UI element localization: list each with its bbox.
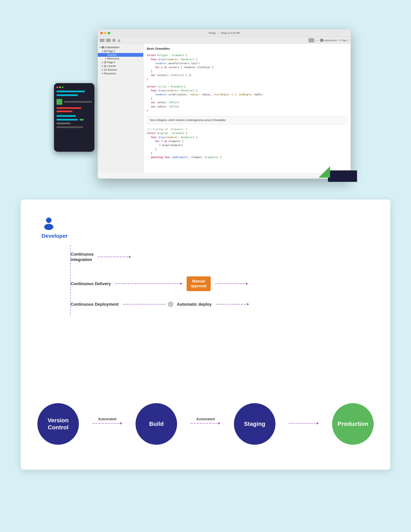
manual-approval-box: Manualapproval [187,276,210,291]
warning-icon[interactable] [117,39,121,42]
expand-icon: ▶ [102,65,103,67]
cicd-diagram-card: Developer Continuous integration [21,200,390,470]
search-icon[interactable] [112,39,116,42]
sidebar-item-resources[interactable]: ▶ Resources [98,57,143,60]
grid-icon[interactable] [309,38,314,42]
maximize-button[interactable] [108,32,110,34]
h-dashed-arrow-2 [190,422,220,425]
developer-label: Developer [42,233,68,239]
build-node-group: Build [136,403,177,445]
page-label: Page 1 [341,39,348,42]
flow-lines-section: Continuous integration Continuous Delive… [33,245,378,324]
h-dashed-arrow-3 [289,422,319,425]
expand-icon: ▶ [102,62,103,63]
code-section-title: Basic Drawables [147,46,347,51]
sidebar-item-label: Resources [107,57,119,60]
sidebar-item-project[interactable]: ▶ softpediatest [98,46,143,49]
expand-icon: ▶ [102,69,103,71]
arrow-3-group: Automated [289,417,319,431]
top-section: Ready | Today at 6:30 PM ‹ › softpediate… [54,29,357,187]
sidebar-item-label: Page 1 [107,50,115,53]
status-text: Ready [209,32,216,35]
h-dashed-arrow-1 [92,422,122,425]
nodes-row: VersionControl Automated Build [33,403,378,445]
time-text: Today at 6:30 PM [220,32,239,35]
sidebar-item-label: Sources [107,53,117,56]
ide-toolbar: ‹ › softpediatest › ⊙ Page 1 [98,37,351,44]
cd-delivery-dashes-2 [215,282,248,285]
sidebar-item-label: License [107,65,116,67]
ide-code-editor[interactable]: Basic Drawables struct Polygon : Drawabl… [143,44,351,173]
sidebar-item-resources2[interactable]: ▶ Resources [98,72,143,76]
navy-bar-decoration [328,171,357,182]
production-node-group: Production [332,403,374,445]
expand-icon: ▶ [99,47,101,48]
sidebar-item-page1[interactable]: ▶ Page 1 [98,49,143,53]
developer-icon [42,216,56,231]
cd-deployment-flow-line: Continuous Deployment Automatic deploy [71,301,249,307]
cd-deployment-label: Continuous Deployment [71,302,119,307]
sidebar-item-page2[interactable]: ▶ Page 2 [98,60,143,64]
build-node: Build [136,403,177,445]
production-node: Production [332,403,374,445]
sidebar-item-label: softpediatest [105,46,119,49]
sidebar-item-sources[interactable]: ▶ Sources [98,53,143,57]
sidebar-item-label: Sources [108,68,117,71]
expand-icon: ▶ [105,58,107,60]
automated-label-2: Automated [196,417,215,421]
minimize-button[interactable] [104,32,107,34]
arrow-2-group: Automated [190,417,220,431]
ide-body: ▶ softpediatest ▶ Page 1 ▶ Sources ▶ Res… [98,44,351,173]
gear-icon [168,301,174,307]
cd-delivery-dashes [115,282,183,285]
expand-icon: ▶ [102,73,104,74]
arrow-1-group: Automated [92,417,122,431]
ide-window: Ready | Today at 6:30 PM ‹ › softpediate… [98,29,351,179]
ci-flow-line: Continuous integration [71,251,131,262]
circle-code-block: struct Circle : Drawable { func draw(ren… [147,85,347,113]
cd-deployment-dashes [123,304,166,304]
list-icon[interactable] [106,39,111,42]
ci-dashes [98,256,131,258]
svg-point-1 [44,224,53,230]
staging-node-group: Staging [234,403,275,445]
diagram-code-block: /// A group of `Drawable`'s struct Diagr… [147,127,347,159]
automatic-deploy-label: Automatic deploy [177,302,212,307]
close-button[interactable] [100,32,103,34]
diagram-area: Continuous integration Continuous Delive… [33,245,378,453]
ide-sidebar: ▶ softpediatest ▶ Page 1 ▶ Sources ▶ Res… [98,44,143,173]
polygon-code-block: struct Polygon : Drawable { func draw(re… [147,53,347,81]
developer-section: Developer [42,216,68,239]
project-label: softpediatest [324,39,337,42]
automated-label-1: Automated [98,417,117,421]
green-triangle-decoration [319,166,330,178]
traffic-lights [100,32,110,34]
version-control-node-group: VersionControl [37,403,79,445]
cd-delivery-label: Continuous Delivery [71,281,111,286]
folder-icon[interactable] [100,39,104,42]
sidebar-item-label: Page 2 [107,61,115,64]
sidebar-item-sources2[interactable]: ▶ Sources [98,68,143,72]
code-divider-text: Now a Diagram, which contains a heteroge… [147,116,347,124]
sidebar-item-license[interactable]: ▶ License [98,64,143,68]
ide-title: Ready | Today at 6:30 PM [209,32,240,35]
ci-label: Continuous integration [71,251,94,262]
phone-mockup [54,83,94,152]
staging-node: Staging [234,403,275,445]
cd-delivery-flow-line: Continuous Delivery Manualapproval [71,276,248,291]
version-control-node: VersionControl [37,403,79,445]
ide-titlebar: Ready | Today at 6:30 PM [98,29,351,37]
cd-deployment-dashes-2 [216,303,249,305]
svg-point-0 [46,218,52,223]
expand-icon: ▶ [105,54,107,56]
expand-icon: ▶ [102,50,104,52]
sidebar-item-label: Resources [104,72,116,75]
